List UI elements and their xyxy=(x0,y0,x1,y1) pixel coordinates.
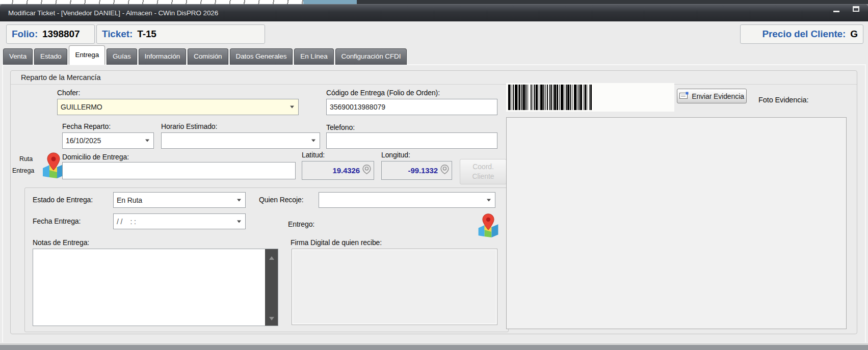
folio-box: Folio: 1398807 xyxy=(6,24,95,44)
foto-evidencia-area xyxy=(506,117,847,329)
fecha-entrega-value: / / : : xyxy=(117,218,136,226)
domicilio-label: Domicilio de Entrega: xyxy=(62,153,129,161)
firma-digital-box xyxy=(292,249,497,325)
app-window: Modificar Ticket - [Vendedor DANIEL] - A… xyxy=(0,0,868,350)
map-pin-outline-icon xyxy=(362,164,372,177)
notas-scrollbar[interactable] xyxy=(265,249,278,326)
estado-entrega-value: En Ruta xyxy=(117,196,142,204)
estado-entrega-combobox[interactable]: En Ruta xyxy=(113,192,246,208)
tab-comision[interactable]: Comisión xyxy=(188,48,228,65)
barcode-strip xyxy=(506,83,674,112)
entrego-map-icon[interactable] xyxy=(477,213,499,237)
enviar-evidencia-label: Enviar Evidencia xyxy=(692,92,744,100)
minimize-button[interactable] xyxy=(829,0,844,17)
tab-estado[interactable]: Estado xyxy=(34,48,67,65)
reparto-group-title: Reparto de la Mercancía xyxy=(11,71,857,85)
quien-recoje-combobox[interactable] xyxy=(319,192,495,208)
chevron-down-icon[interactable] xyxy=(145,140,149,142)
ticket-value: T-15 xyxy=(137,29,156,40)
coord-cliente-button[interactable]: Coord. Cliente xyxy=(460,159,507,184)
latitud-label: Latitud: xyxy=(302,151,325,159)
window-title: Modificar Ticket - [Vendedor DANIEL] - A… xyxy=(0,9,218,17)
window-bottom-shadow xyxy=(0,345,868,350)
background-ruler-strip xyxy=(0,0,303,4)
telefono-label: Telefono: xyxy=(326,123,355,131)
tab-bar: Venta Estado Entrega Guías Información C… xyxy=(3,45,407,65)
ticket-label: Ticket: xyxy=(102,29,133,40)
entrego-label: Entrego: xyxy=(288,220,314,228)
notas-entrega-textarea[interactable] xyxy=(33,249,278,326)
tab-venta[interactable]: Venta xyxy=(3,48,33,65)
precio-cliente-value: G xyxy=(850,29,858,40)
fecha-entrega-label: Fecha Entrega: xyxy=(33,217,81,225)
fecha-reparto-picker[interactable]: 16/10/2025 xyxy=(62,132,154,149)
firma-digital-label: Firma Digital de quien recibe: xyxy=(291,238,382,247)
title-bar: Modificar Ticket - [Vendedor DANIEL] - A… xyxy=(0,4,868,21)
minimize-icon xyxy=(833,11,839,12)
telefono-input[interactable] xyxy=(326,132,497,149)
notas-entrega-label: Notas de Entrega: xyxy=(33,238,89,247)
map-pin-outline-icon xyxy=(440,164,450,177)
scroll-up-icon[interactable] xyxy=(269,256,274,260)
chevron-down-icon[interactable] xyxy=(237,220,241,223)
fecha-reparto-value: 16/10/2025 xyxy=(66,137,101,145)
ruta-entrega-label-line1: Ruta xyxy=(19,155,33,163)
precio-cliente-box: Precio del Cliente: G xyxy=(740,24,863,44)
latitud-box[interactable]: 19.4326 xyxy=(302,161,374,180)
longitud-label: Longitud: xyxy=(381,151,410,159)
tab-configuracion-cfdi[interactable]: Configuración CFDI xyxy=(335,48,407,65)
tab-informacion[interactable]: Información xyxy=(139,48,186,65)
chofer-label: Chofer: xyxy=(57,89,80,97)
domicilio-input[interactable] xyxy=(62,162,296,179)
latitud-value: 19.4326 xyxy=(332,166,360,175)
longitud-box[interactable]: -99.1332 xyxy=(381,161,452,180)
maximize-button[interactable] xyxy=(848,0,863,17)
chofer-value: GUILLERMO xyxy=(61,103,102,111)
quien-recoje-label: Quien Recoje: xyxy=(259,196,303,204)
coord-cliente-label-line1: Coord. xyxy=(460,162,506,172)
longitud-value: -99.1332 xyxy=(408,166,438,175)
chofer-combobox[interactable]: GUILLERMO xyxy=(57,99,299,115)
fecha-reparto-label: Fecha Reparto: xyxy=(62,122,111,130)
fecha-entrega-picker[interactable]: / / : : xyxy=(113,213,246,229)
horario-estimado-combobox[interactable] xyxy=(161,132,320,149)
precio-cliente-label: Precio del Cliente: xyxy=(762,29,846,40)
scroll-down-icon[interactable] xyxy=(269,317,274,320)
background-teal-block xyxy=(303,0,357,4)
coord-cliente-label-line2: Cliente xyxy=(460,172,506,181)
horario-estimado-label: Horario Estimado: xyxy=(161,122,217,130)
tab-datos-generales[interactable]: Datos Generales xyxy=(230,48,293,65)
tab-entrega[interactable]: Entrega xyxy=(69,45,105,65)
ruta-entrega-label-line2: Entrega xyxy=(12,167,34,174)
chevron-down-icon[interactable] xyxy=(290,106,294,109)
background-window-behind xyxy=(357,0,868,4)
folio-label: Folio: xyxy=(12,29,38,40)
tab-guias[interactable]: Guías xyxy=(107,48,137,65)
enviar-evidencia-button[interactable]: Enviar Evidencia xyxy=(677,89,747,103)
chevron-down-icon[interactable] xyxy=(487,199,491,201)
chevron-down-icon[interactable] xyxy=(311,140,315,142)
chevron-down-icon[interactable] xyxy=(237,199,241,201)
envelope-icon xyxy=(679,92,689,101)
foto-evidencia-label: Foto Evidencia: xyxy=(758,96,808,104)
maximize-icon xyxy=(853,6,859,12)
ticket-box: Ticket: T-15 xyxy=(96,24,265,44)
tab-en-linea[interactable]: En Línea xyxy=(294,48,333,65)
estado-entrega-label: Estado de Entrega: xyxy=(33,196,93,204)
codigo-entrega-label: Código de Entrega (Folio de Orden): xyxy=(326,89,440,97)
barcode xyxy=(508,85,592,110)
codigo-entrega-input[interactable] xyxy=(326,99,497,115)
folio-value: 1398807 xyxy=(42,29,80,40)
